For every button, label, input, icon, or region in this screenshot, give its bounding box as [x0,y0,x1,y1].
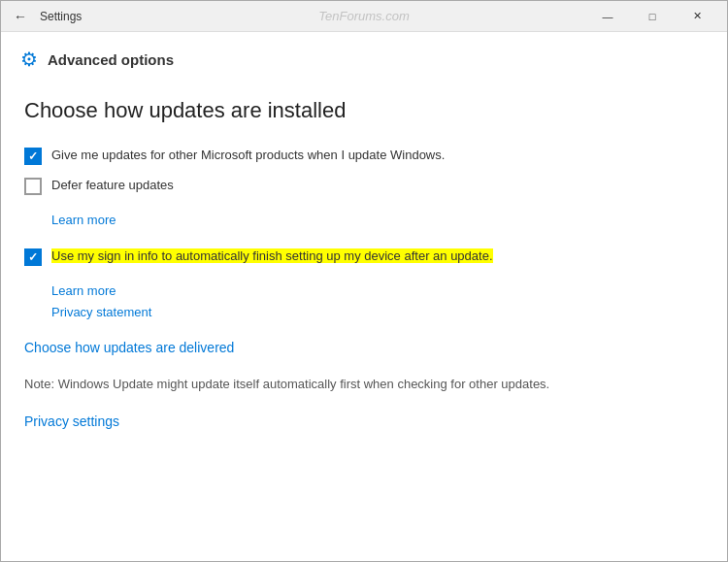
titlebar-title: Settings [40,10,82,23]
section-title: Advanced options [48,51,174,68]
option3-label: Use my sign in info to automatically fin… [51,248,493,265]
option1-label: Give me updates for other Microsoft prod… [51,147,445,164]
option2-label: Defer feature updates [51,177,174,194]
option2-row: Defer feature updates [24,177,704,195]
privacy-settings-link[interactable]: Privacy settings [24,413,704,429]
header-section: ⚙ Advanced options [1,32,727,79]
note-text: Note: Windows Update might update itself… [24,375,704,394]
option2-checkbox[interactable] [24,178,42,195]
titlebar-left: ← Settings [9,5,585,28]
main-content: Choose how updates are installed Give me… [1,79,727,561]
page-title: Choose how updates are installed [24,98,704,123]
back-button[interactable]: ← [9,5,32,28]
option3-learn-more-link[interactable]: Learn more [51,283,116,298]
privacy-statement-link[interactable]: Privacy statement [51,305,151,319]
gear-icon: ⚙ [20,48,38,71]
option1-checkbox[interactable] [24,148,42,165]
option3-link2-row: Privacy statement [51,303,704,320]
maximize-button[interactable]: □ [630,1,675,32]
deliver-link[interactable]: Choose how updates are delivered [24,340,704,355]
option2-link-row: Learn more [51,211,704,228]
minimize-button[interactable]: — [585,1,630,32]
option1-row: Give me updates for other Microsoft prod… [24,147,704,165]
option3-highlighted-text: Use my sign in info to automatically fin… [51,248,493,263]
option3-row: Use my sign in info to automatically fin… [24,248,704,266]
settings-window: ← Settings TenForums.com — □ ✕ ⚙ Advance… [0,0,728,562]
close-button[interactable]: ✕ [675,1,719,32]
content: ⚙ Advanced options Choose how updates ar… [1,32,727,561]
option3-checkbox[interactable] [24,248,42,266]
option3-link1-row: Learn more [51,281,704,299]
option2-learn-more-link[interactable]: Learn more [51,213,116,227]
window-controls: — □ ✕ [585,1,719,32]
titlebar: ← Settings TenForums.com — □ ✕ [1,1,727,32]
